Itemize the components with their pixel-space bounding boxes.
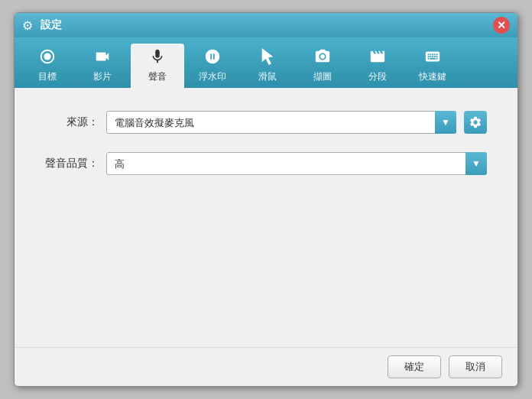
tab-watermark[interactable]: 浮水印 bbox=[186, 44, 239, 88]
tab-watermark-label: 浮水印 bbox=[199, 70, 226, 83]
svg-rect-2 bbox=[216, 54, 219, 57]
tab-hotkeys-label: 快速鍵 bbox=[419, 70, 446, 83]
gear-icon bbox=[469, 115, 482, 129]
tab-cursor[interactable]: 滑鼠 bbox=[241, 44, 294, 88]
cursor-icon bbox=[259, 48, 276, 67]
quality-row: 聲音品質： 高 中 低 ▼ bbox=[45, 152, 487, 175]
close-button[interactable]: ✕ bbox=[493, 17, 510, 34]
cancel-button[interactable]: 取消 bbox=[449, 355, 502, 378]
tab-segment[interactable]: 分段 bbox=[351, 44, 404, 88]
svg-point-0 bbox=[44, 53, 50, 60]
video-icon bbox=[94, 48, 111, 67]
tab-camera[interactable]: 目標 bbox=[21, 44, 74, 88]
tab-audio-label: 聲音 bbox=[148, 70, 167, 83]
tab-bar: 目標 影片 聲音 bbox=[15, 37, 517, 88]
tab-cursor-label: 滑鼠 bbox=[258, 70, 277, 83]
tab-audio[interactable]: 聲音 bbox=[131, 44, 184, 88]
quality-label: 聲音品質： bbox=[45, 157, 99, 170]
window-title: 設定 bbox=[41, 18, 493, 32]
quality-select[interactable]: 高 中 低 bbox=[106, 152, 487, 175]
source-label: 來源： bbox=[45, 115, 99, 129]
settings-window: ⚙ 設定 ✕ 目標 影片 bbox=[14, 12, 518, 387]
tab-video-label: 影片 bbox=[93, 70, 112, 83]
tab-screenshot[interactable]: 擷圖 bbox=[296, 44, 349, 88]
hotkeys-icon bbox=[424, 48, 441, 67]
settings-icon: ⚙ bbox=[22, 18, 36, 32]
audio-icon bbox=[149, 48, 166, 67]
source-select[interactable]: 電腦音效擬麥克風 bbox=[106, 111, 456, 134]
title-bar: ⚙ 設定 ✕ bbox=[15, 13, 517, 37]
segment-icon bbox=[369, 48, 386, 67]
source-row: 來源： 電腦音效擬麥克風 ▼ bbox=[45, 111, 487, 134]
tab-segment-label: 分段 bbox=[368, 70, 387, 83]
confirm-button[interactable]: 確定 bbox=[388, 355, 441, 378]
tab-screenshot-label: 擷圖 bbox=[313, 70, 332, 83]
source-settings-button[interactable] bbox=[464, 111, 487, 134]
watermark-icon bbox=[204, 48, 221, 67]
tab-hotkeys[interactable]: 快速鍵 bbox=[406, 44, 459, 88]
footer: 確定 取消 bbox=[15, 347, 517, 386]
tab-video[interactable]: 影片 bbox=[76, 44, 129, 88]
camera-icon bbox=[39, 48, 56, 67]
svg-rect-1 bbox=[206, 54, 209, 57]
source-select-wrapper: 電腦音效擬麥克風 ▼ bbox=[106, 111, 456, 134]
tab-camera-label: 目標 bbox=[38, 70, 57, 83]
content-area: 來源： 電腦音效擬麥克風 ▼ 聲音品質： 高 中 低 bbox=[15, 88, 517, 347]
quality-select-wrapper: 高 中 低 ▼ bbox=[106, 152, 487, 175]
screenshot-icon bbox=[314, 48, 331, 67]
